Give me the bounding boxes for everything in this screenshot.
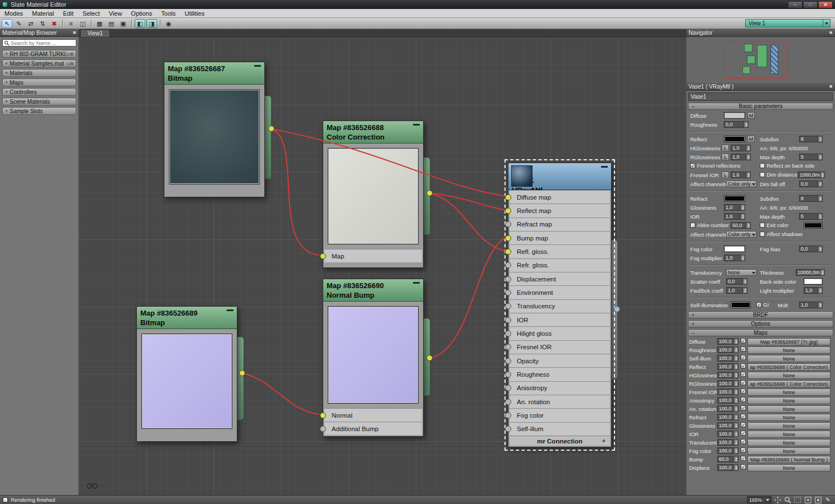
map-slot-button[interactable]: None [747, 372, 831, 379]
map-amount-spinner[interactable]: 100,0 [717, 447, 738, 454]
vraymtl-slot-roughness[interactable]: Roughness [510, 367, 610, 381]
spinner-down-icon[interactable] [735, 392, 737, 395]
spinner-down-icon[interactable] [744, 291, 746, 294]
spinner-field[interactable]: 1,0 [724, 204, 745, 211]
map-slot-button[interactable]: None [747, 389, 831, 396]
spinner-down-icon[interactable] [819, 140, 822, 142]
map-enable-checkbox[interactable]: ✓ [741, 380, 746, 385]
assign-material-to-selection-button[interactable]: ⇅ [37, 19, 48, 28]
navigator-minimap[interactable] [686, 37, 835, 83]
map-amount-spinner[interactable]: 60,0 [717, 456, 738, 463]
menu-select[interactable]: Select [78, 9, 104, 17]
input-socket[interactable] [505, 262, 511, 269]
checkbox[interactable]: ✓ [741, 355, 746, 360]
zoom-tool-button[interactable] [783, 496, 792, 504]
map-slot-button[interactable]: None [747, 439, 831, 446]
spinner-down-icon[interactable] [735, 451, 737, 454]
spinner-up-icon[interactable] [735, 389, 737, 392]
spinner-down-icon[interactable] [819, 184, 822, 187]
spinner-up-icon[interactable] [735, 339, 737, 341]
spinner-field[interactable]: 1,0 [799, 302, 823, 308]
spinner-down-icon[interactable] [822, 273, 824, 276]
spinner-arrows[interactable] [733, 389, 738, 395]
vraymtl-slot-an-rotation[interactable]: An. rotation [510, 395, 610, 408]
map-enable-checkbox[interactable]: ✓ [741, 338, 746, 343]
spinner-up-icon[interactable] [742, 255, 744, 258]
search-box[interactable] [2, 39, 76, 47]
spinner-up-icon[interactable] [735, 431, 737, 434]
show-background-button[interactable]: ▤ [106, 19, 117, 28]
checkbox-gi[interactable]: ✓GI [756, 302, 769, 308]
input-socket[interactable] [505, 371, 511, 377]
spinner-down-icon[interactable] [735, 434, 737, 437]
vraymtl-slot-hilight-gloss[interactable]: Hilight gloss [510, 326, 610, 340]
collapse-icon[interactable] [254, 65, 261, 67]
spinner-up-icon[interactable] [819, 181, 822, 184]
spinner-up-icon[interactable] [735, 465, 737, 468]
spinner-arrows[interactable] [744, 122, 748, 127]
checkbox-affect-shadows[interactable]: Affect shadows [760, 231, 802, 237]
checkbox[interactable]: ✓ [741, 397, 746, 402]
input-socket[interactable] [505, 289, 511, 295]
pan-tool-button[interactable] [773, 496, 782, 504]
vraymtl-slot-translucency[interactable]: Translucency [510, 299, 610, 313]
texture-preview[interactable] [328, 306, 419, 404]
spinner-down-icon[interactable] [735, 350, 737, 353]
menu-tools[interactable]: Tools [157, 9, 180, 17]
find-binoculars-icon[interactable] [86, 482, 98, 489]
map-enable-checkbox[interactable]: ✓ [741, 346, 746, 352]
output-tab[interactable] [236, 336, 244, 420]
spinner-arrows[interactable] [746, 172, 750, 178]
expand-icon[interactable]: + [5, 99, 8, 104]
checkbox-reflect-on-back-side[interactable]: Reflect on back side [760, 163, 815, 169]
rollout-maps[interactable]: − Maps [688, 329, 833, 336]
spinner-field[interactable]: 1,6 [724, 213, 745, 220]
input-socket[interactable] [505, 248, 511, 255]
spinner-down-icon[interactable] [735, 443, 737, 446]
checkbox[interactable]: ✓ [741, 414, 746, 419]
zoom-extents-button[interactable] [804, 496, 812, 504]
expand-icon[interactable]: + [690, 312, 696, 318]
map-slot-button[interactable]: None [747, 422, 831, 429]
spinner-up-icon[interactable] [735, 397, 737, 400]
expand-icon[interactable]: + [5, 89, 8, 95]
spinner-down-icon[interactable] [735, 401, 737, 404]
spinner-down-icon[interactable] [747, 226, 750, 229]
spinner-field[interactable]: 1,0 [731, 154, 751, 160]
texture-preview[interactable] [169, 89, 260, 184]
spinner-down-icon[interactable] [735, 384, 737, 387]
input-socket[interactable] [505, 344, 511, 350]
spinner-down-icon[interactable] [742, 208, 744, 211]
mr-connection-row[interactable]: mr Connection + [510, 436, 610, 446]
edit-icon[interactable]: ✎ [824, 496, 832, 504]
checkbox[interactable]: ✓ [741, 372, 746, 377]
color-swatch[interactable] [731, 302, 751, 308]
spinner-down-icon[interactable] [819, 306, 822, 308]
spinner-up-icon[interactable] [735, 355, 737, 358]
spinner-arrows[interactable] [818, 136, 822, 142]
checkbox[interactable]: ✓ [741, 447, 746, 452]
spinner-arrows[interactable] [746, 223, 750, 228]
spinner-arrows[interactable] [733, 465, 738, 470]
checkbox[interactable]: ✓ [741, 346, 746, 352]
spinner-up-icon[interactable] [742, 214, 744, 216]
map-slot-button[interactable]: ap #836526688 ( Color Correction) [747, 363, 831, 371]
spinner-arrows[interactable] [733, 347, 738, 353]
spinner-down-icon[interactable] [735, 426, 737, 429]
browser-item-scene-materials[interactable]: +Scene Materials [2, 98, 76, 105]
checkbox[interactable]: ✓ [741, 439, 746, 444]
spinner-field[interactable]: 8 [799, 195, 823, 202]
checkbox[interactable]: ✓ [741, 405, 746, 410]
spinner-arrows[interactable] [818, 302, 822, 308]
spinner-down-icon[interactable] [819, 249, 822, 252]
spinner-up-icon[interactable] [744, 279, 746, 281]
spinner-arrows[interactable] [733, 355, 738, 361]
spinner-field[interactable]: 0,0 [799, 246, 823, 252]
map-enable-checkbox[interactable]: ✓ [741, 447, 746, 452]
map-amount-spinner[interactable]: 100,0 [717, 422, 738, 429]
spinner-field[interactable]: 0,0 [799, 181, 823, 187]
checkbox[interactable] [760, 232, 765, 237]
map-slot-button[interactable]: None [747, 414, 831, 421]
vraymtl-slot-ior[interactable]: IOR [510, 313, 610, 326]
checkbox-fresnel-reflections[interactable]: ✓Fresnel reflections [690, 163, 741, 169]
